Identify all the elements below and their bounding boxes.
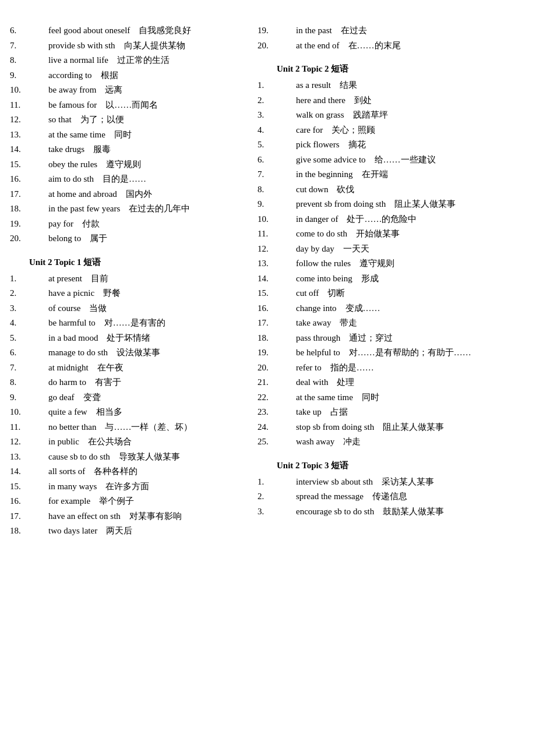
topic3-list: 1.interview sb about sth 采访某人某事2.spread … (277, 475, 507, 520)
phrase-english: walk on grass (296, 110, 353, 119)
phrase-number: 1. (277, 475, 296, 490)
phrase-chinese: 自我感觉良好 (139, 26, 191, 35)
phrase-chinese: 切断 (327, 288, 345, 298)
list-item: 5.in a bad mood 处于坏情绪 (29, 331, 259, 346)
phrase-number: 15. (29, 479, 48, 494)
phrase-number: 8. (277, 182, 296, 197)
phrase-chinese: 采访某人某事 (382, 477, 434, 486)
list-item: 1.interview sb about sth 采访某人某事 (277, 475, 507, 490)
phrase-chinese: 在过去 (341, 26, 367, 35)
phrase-english: of course (48, 303, 89, 313)
phrase-number: 22. (277, 390, 296, 405)
list-item: 7.at midnight 在午夜 (29, 361, 259, 376)
list-item: 20.belong to 属于 (29, 231, 259, 246)
phrase-english: be away from (48, 85, 105, 94)
phrase-english: at present (48, 274, 91, 283)
phrase-english: in the past (296, 26, 341, 35)
phrase-english: at the same time (48, 130, 114, 139)
phrase-english: cut down (296, 185, 337, 194)
phrase-number: 13. (29, 450, 48, 465)
list-item: 2.spread the message 传递信息 (277, 489, 507, 504)
phrase-number: 7. (277, 167, 296, 182)
phrase-english: in danger of (296, 214, 347, 224)
phrase-number: 9. (277, 197, 296, 212)
top-phrases-right: 19.in the past 在过去20.at the end of 在……的末… (277, 23, 507, 53)
phrase-chinese: 目前 (91, 274, 108, 283)
phrase-english: deal with (296, 377, 337, 387)
phrase-english: encourage sb to do sth (296, 507, 383, 516)
phrase-number: 15. (277, 286, 296, 301)
phrase-english: belong to (48, 234, 90, 243)
phrase-chinese: 指的是…… (330, 363, 374, 372)
phrase-english: pass through (296, 333, 349, 342)
list-item: 2.here and there 到处 (277, 93, 507, 108)
phrase-number: 24. (277, 420, 296, 435)
list-item: 23.take up 占据 (277, 405, 507, 420)
phrase-number: 13. (277, 256, 296, 271)
phrase-chinese: 处于坏情绪 (107, 333, 150, 342)
phrase-number: 15. (29, 157, 48, 172)
phrase-number: 5. (277, 137, 296, 153)
list-item: 10.quite a few 相当多 (29, 405, 259, 420)
phrase-number: 4. (29, 316, 48, 331)
phrase-english: for example (48, 496, 99, 506)
phrase-english: change into (296, 303, 345, 313)
list-item: 10.in danger of 处于……的危险中 (277, 212, 507, 227)
phrase-english: cause sb to do sth (48, 452, 119, 461)
list-item: 1.at present 目前 (29, 271, 259, 287)
phrase-english: be famous for (48, 100, 105, 109)
list-item: 12.in public 在公共场合 (29, 434, 259, 450)
phrase-number: 1. (277, 78, 296, 93)
phrase-number: 9. (29, 68, 48, 83)
phrase-chinese: 国内外 (126, 189, 152, 199)
list-item: 4.be harmful to 对……是有害的 (29, 316, 259, 331)
phrase-number: 11. (29, 420, 48, 435)
phrase-chinese: 遵守规则 (359, 259, 394, 268)
phrase-number: 14. (277, 271, 296, 287)
main-layout: 6.feel good about oneself 自我感觉良好7.provid… (29, 23, 507, 549)
phrase-chinese: 变聋 (83, 393, 101, 402)
phrase-chinese: 以……而闻名 (105, 100, 158, 109)
phrase-number: 2. (277, 489, 296, 504)
phrase-number: 17. (277, 316, 296, 331)
phrase-english: pick flowers (296, 140, 348, 149)
phrase-number: 19. (29, 217, 48, 232)
phrase-english: no better than (48, 422, 105, 432)
phrase-english: feel good about oneself (48, 26, 139, 35)
phrase-english: obey the rules (48, 160, 106, 169)
phrase-number: 9. (29, 390, 48, 405)
phrase-number: 10. (29, 405, 48, 420)
list-item: 12.day by day 一天天 (277, 242, 507, 257)
phrase-chinese: 处理 (337, 377, 354, 387)
phrase-chinese: 举个例子 (99, 496, 134, 506)
list-item: 14.take drugs 服毒 (29, 142, 259, 157)
phrase-english: in many ways (48, 482, 105, 491)
list-item: 18.two days later 两天后 (29, 524, 259, 539)
topic1-list: 1.at present 目前2.have a picnic 野餐3.of co… (29, 271, 259, 539)
list-item: 15.obey the rules 遵守规则 (29, 157, 259, 172)
list-item: 13.follow the rules 遵守规则 (277, 256, 507, 271)
phrase-chinese: 服毒 (93, 144, 111, 154)
phrase-english: take drugs (48, 144, 93, 154)
topic1-heading: Unit 2 Topic 1 短语 (29, 257, 259, 268)
phrase-chinese: 变成…… (345, 303, 380, 313)
phrase-english: at midnight (48, 363, 97, 372)
list-item: 19.be helpful to 对……是有帮助的；有助于…… (277, 345, 507, 361)
phrase-english: spread the message (296, 492, 372, 501)
list-item: 9.prevent sb from doing sth 阻止某人做某事 (277, 197, 507, 212)
phrase-english: at the end of (296, 41, 348, 50)
phrase-chinese: 阻止某人做某事 (394, 199, 456, 209)
phrase-number: 3. (29, 301, 48, 316)
phrase-english: in the past few years (48, 204, 129, 213)
phrase-chinese: 对某事有影响 (129, 511, 182, 521)
list-item: 16.aim to do sth 目的是…… (29, 172, 259, 187)
phrase-chinese: 在……的末尾 (348, 41, 401, 50)
list-item: 15.in many ways 在许多方面 (29, 479, 259, 494)
phrase-number: 8. (29, 53, 48, 68)
list-item: 24.stop sb from doing sth 阻止某人做某事 (277, 420, 507, 435)
phrase-number: 7. (29, 38, 48, 54)
phrase-number: 20. (277, 361, 296, 376)
phrase-english: come into being (296, 274, 361, 283)
phrase-number: 5. (29, 331, 48, 346)
phrase-number: 12. (29, 112, 48, 128)
